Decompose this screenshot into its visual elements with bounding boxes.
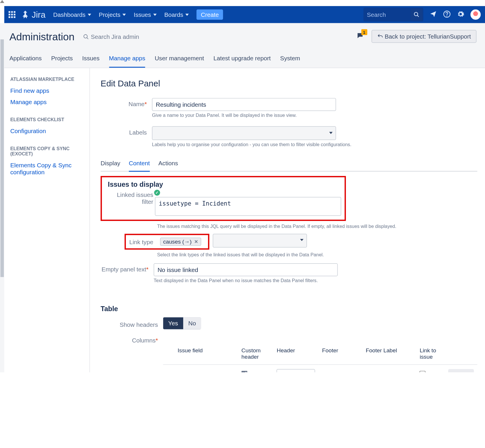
labels-select[interactable]	[152, 126, 336, 140]
create-button[interactable]: Create	[197, 9, 223, 19]
chevron-down-icon	[123, 14, 126, 16]
table-heading: Table	[101, 305, 477, 313]
help-icon[interactable]	[443, 10, 451, 19]
labels-label: Labels	[101, 126, 152, 136]
tab-upgrade-report[interactable]: Latest upgrade report	[213, 51, 271, 68]
th-issuefield: Issue field	[174, 345, 238, 365]
scroll-up-icon	[0, 0, 4, 3]
feedback-icon[interactable]	[429, 10, 437, 19]
notification-icon[interactable]: 1	[356, 32, 365, 41]
tab-user-management[interactable]: User management	[155, 51, 204, 68]
jql-input[interactable]: issuetype = Incident	[155, 197, 341, 216]
empty-help: Text displayed in the Data Panel when no…	[154, 278, 338, 283]
subtab-display[interactable]: Display	[101, 156, 120, 171]
issuefield-cell: Issue Type	[174, 364, 238, 372]
sidebar-item-manage-apps[interactable]: Manage apps	[6, 96, 90, 107]
empty-label: Empty panel text*	[101, 263, 154, 273]
svg-line-5	[87, 38, 88, 39]
empty-panel-input[interactable]	[154, 263, 338, 276]
name-label: Name*	[101, 98, 152, 107]
showheaders-label: Show headers	[101, 319, 163, 328]
main-content: Edit Data Panel Name* Give a name to you…	[90, 68, 485, 372]
subtab-actions[interactable]: Actions	[158, 156, 178, 171]
notification-badge: 1	[361, 29, 367, 35]
valid-jql-icon: ✓	[154, 190, 160, 196]
sidebar-item-find-apps[interactable]: Find new apps	[6, 85, 90, 96]
linktoissue-checkbox[interactable]	[420, 371, 426, 372]
nav-dashboards[interactable]: Dashboards	[53, 11, 91, 18]
nav-projects[interactable]: Projects	[99, 11, 126, 18]
tab-applications[interactable]: Applications	[9, 51, 41, 68]
global-nav: Jira Dashboards Projects Issues Boards C…	[4, 6, 485, 23]
sidebar-item-configuration[interactable]: Configuration	[6, 126, 90, 137]
sidebar-heading-marketplace: ATLASSIAN MARKETPLACE	[6, 77, 90, 82]
app-switcher-icon[interactable]	[9, 11, 16, 18]
showheaders-yes[interactable]: Yes	[163, 317, 183, 329]
th-footerlabel: Footer Label	[362, 345, 416, 365]
back-to-project-button[interactable]: Back to project: TellurianSupport	[371, 30, 476, 43]
panel-subtabs: Display Content Actions	[101, 156, 477, 172]
search-icon	[83, 34, 89, 40]
sidebar-heading-checklist: ELEMENTS CHECKLIST	[6, 117, 90, 122]
global-search-input[interactable]	[364, 11, 410, 18]
jql-label: Linked issues filter	[108, 191, 155, 205]
customheader-checkbox[interactable]	[241, 371, 248, 372]
th-customheader: Custom header	[238, 345, 273, 365]
th-header: Header	[273, 345, 319, 365]
admin-tabs: Applications Projects Issues Manage apps…	[4, 43, 485, 68]
svg-line-1	[417, 15, 419, 17]
panel-title: Edit Data Panel	[101, 79, 477, 89]
delete-button[interactable]: Delete	[448, 369, 474, 372]
settings-icon[interactable]	[457, 10, 465, 19]
linktype-help: Select the link types of the linked issu…	[157, 252, 477, 257]
remove-chip-icon[interactable]: ✕	[194, 239, 198, 244]
table-row: Issue TypeNoneDelete	[163, 364, 477, 372]
linktype-select[interactable]	[213, 234, 307, 247]
tab-issues[interactable]: Issues	[82, 51, 100, 68]
issues-to-display-section: Issues to display Linked issues filter ✓…	[101, 176, 346, 221]
admin-search[interactable]: Search Jira admin	[83, 33, 139, 40]
nav-boards[interactable]: Boards	[164, 11, 189, 18]
tab-system[interactable]: System	[280, 51, 300, 68]
columns-label: Columns*	[101, 337, 163, 344]
th-footer: Footer	[319, 345, 362, 365]
subtab-content[interactable]: Content	[129, 156, 150, 172]
global-search[interactable]	[364, 8, 424, 21]
footer-cell: None	[319, 364, 362, 372]
linktype-section: Link type causes (→) ✕	[125, 234, 209, 250]
showheaders-toggle: Yes No	[163, 317, 201, 329]
issues-heading: Issues to display	[108, 181, 341, 188]
tab-projects[interactable]: Projects	[51, 51, 73, 68]
labels-help: Labels help you to organise your configu…	[152, 142, 383, 147]
drag-handle-icon[interactable]	[166, 371, 171, 372]
jql-help: The issues matching this JQL query will …	[157, 224, 477, 229]
chevron-down-icon	[186, 14, 189, 16]
tab-manage-apps[interactable]: Manage apps	[109, 51, 145, 68]
linktype-label: Link type	[129, 238, 153, 245]
admin-header: Administration Search Jira admin 1 Back …	[4, 23, 485, 43]
th-linktoissue: Link to issue	[416, 345, 445, 365]
header-input[interactable]	[277, 369, 315, 372]
user-avatar[interactable]	[471, 9, 481, 19]
name-help: Give a name to your Data Panel. It will …	[152, 113, 383, 118]
svg-point-4	[84, 35, 87, 38]
chevron-down-icon	[153, 14, 157, 16]
search-icon[interactable]	[410, 9, 422, 21]
chevron-down-icon	[88, 14, 91, 16]
page-title: Administration	[9, 31, 75, 43]
jira-logo[interactable]: Jira	[21, 10, 46, 19]
svg-point-3	[447, 16, 447, 16]
showheaders-no[interactable]: No	[183, 317, 201, 329]
left-rail	[0, 23, 4, 372]
nav-issues[interactable]: Issues	[134, 11, 157, 18]
chevron-down-icon	[300, 239, 304, 241]
linktype-chip[interactable]: causes (→) ✕	[160, 238, 201, 246]
sidebar: ATLASSIAN MARKETPLACE Find new apps Mana…	[4, 68, 90, 372]
sidebar-heading-exocet: ELEMENTS COPY & SYNC (EXOCET)	[6, 146, 90, 156]
columns-table: Issue field Custom header Header Footer …	[163, 345, 477, 372]
name-input[interactable]	[152, 98, 336, 111]
sidebar-item-copy-sync[interactable]: Elements Copy & Sync configuration	[6, 160, 90, 178]
svg-point-0	[414, 12, 418, 16]
